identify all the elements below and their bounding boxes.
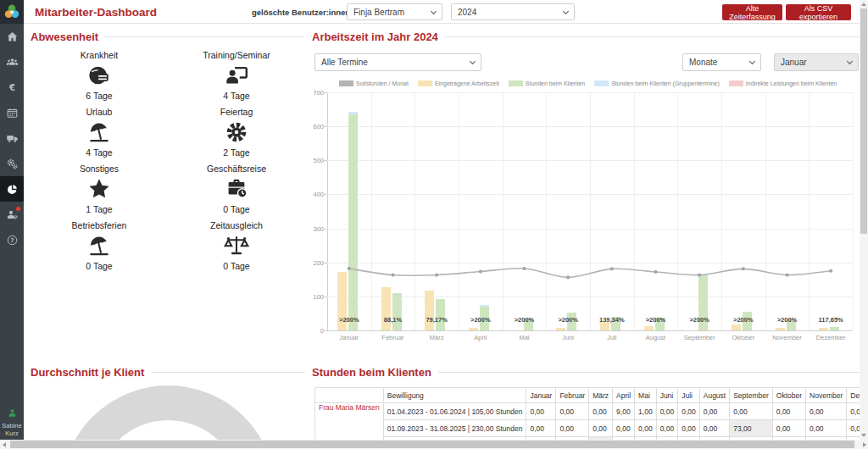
absence-value: 4 Tage — [168, 91, 305, 101]
month-select-value: Januar — [781, 58, 807, 67]
worktime-section: Arbeitszeit im Jahr 2024 Alle Termine Mo… — [312, 30, 860, 358]
chart-legend: Sollstunden / MonatEingetragene Arbeitsz… — [339, 80, 837, 86]
legend-item[interactable]: Stunden beim Klienten — [509, 80, 585, 86]
home-icon — [6, 30, 19, 43]
legend-item[interactable]: Eingetragene Arbeitszeit — [418, 80, 499, 86]
month-value-cell: 0,00 — [699, 403, 729, 420]
column-header: März — [589, 388, 613, 403]
truck-icon — [6, 132, 19, 145]
month-value-cell: 73,00 — [730, 420, 773, 437]
column-header: Juli — [678, 388, 700, 403]
scroll-down-icon[interactable] — [861, 434, 866, 437]
sidebar-item-settings[interactable] — [0, 151, 24, 176]
absence-title: Abwesenheit — [31, 30, 305, 43]
svg-text:€: € — [8, 82, 15, 91]
topbar: Mitarbeiter-Dashboard gelöschte Benutzer… — [0, 0, 868, 24]
month-value-cell: 1,00 — [635, 403, 657, 420]
sidebar-item-calendar[interactable] — [0, 100, 24, 125]
bewilligung-cell: 01.04.2023 - 01.06.2024 | 105,00 Stunden — [383, 403, 526, 420]
legend-item[interactable]: Sollstunden / Monat — [339, 80, 409, 86]
absence-section: Abwesenheit Krankheit6 TageTraining/Semi… — [31, 30, 305, 277]
column-header: Mai — [635, 388, 657, 403]
column-header: Februar — [556, 388, 589, 403]
user-select[interactable]: Finja Bertram — [347, 3, 442, 20]
sidebar-item-statistics[interactable] — [0, 176, 24, 202]
column-header: Bewilligung — [383, 388, 526, 403]
legend-swatch — [594, 80, 609, 86]
user-select-value: Finja Bertram — [353, 8, 404, 17]
y-axis — [327, 92, 328, 330]
month-select[interactable]: Januar — [774, 53, 859, 71]
sidebar-item-transport[interactable] — [0, 125, 24, 151]
legend-label: Stunden beim Klienten (Gruppentermine) — [611, 80, 720, 86]
legend-swatch — [339, 80, 353, 86]
vertical-scrollbar[interactable] — [860, 0, 868, 449]
sidebar-item-finances[interactable]: € — [0, 75, 24, 100]
legend-item[interactable]: Stunden beim Klienten (Gruppentermine) — [594, 80, 720, 86]
sidebar-item-help[interactable]: ? — [0, 227, 24, 252]
absence-value: 2 Tage — [168, 147, 305, 158]
absence-label: Sonstiges — [31, 164, 168, 174]
app-logo-icon[interactable] — [0, 0, 24, 24]
export-csv-button[interactable]: Als CSV exportieren — [786, 4, 851, 20]
scroll-left-icon[interactable] — [3, 442, 6, 447]
legend-item[interactable]: Indirekte Leistungen beim Klienten — [729, 80, 837, 86]
sidebar-current-user[interactable]: Sabine Kurz — [0, 407, 24, 437]
beach-umbrella-icon — [31, 230, 168, 261]
sidebar-user-name-2: Kurz — [0, 430, 24, 437]
notification-dot — [16, 207, 20, 211]
legend-swatch — [509, 80, 523, 86]
old-time-tracking-button[interactable]: Alte Zeiterfassung — [722, 4, 782, 20]
x-axis — [327, 330, 853, 331]
absence-value: 0 Tage — [31, 261, 168, 271]
vertical-scrollbar-thumb[interactable] — [860, 8, 867, 234]
svg-text:?: ? — [10, 237, 14, 244]
sidebar-item-home[interactable] — [0, 24, 24, 49]
y-tick-label: 500 — [313, 157, 324, 164]
month-value-cell: 0,00 — [847, 420, 860, 437]
deleted-users-toggle[interactable]: gelöschte Benutzer:innen — [252, 0, 362, 24]
year-select[interactable]: 2024 — [451, 3, 575, 20]
legend-label: Eingetragene Arbeitszeit — [435, 80, 499, 86]
chevron-down-icon — [847, 58, 853, 64]
chart-bar-arbeitszeit — [381, 287, 391, 330]
pie-chart-icon — [6, 183, 19, 196]
legend-label: Indirekte Leistungen beim Klienten — [746, 80, 837, 86]
horizontal-scrollbar-thumb[interactable] — [10, 441, 854, 448]
month-value-cell: 0,00 — [589, 420, 613, 437]
column-header: Dezember — [847, 388, 860, 403]
client-name-link[interactable]: Frau Maria Märsen — [315, 403, 384, 442]
chart-bar-gruppentermine — [480, 305, 489, 307]
chevron-down-icon — [563, 8, 569, 14]
appointments-filter-select[interactable]: Alle Termine — [314, 53, 481, 71]
chart-bar-arbeitszeit — [732, 324, 741, 330]
chart-bar-arbeitszeit — [425, 291, 434, 330]
question-icon: ? — [6, 234, 19, 247]
y-tick-label: 100 — [313, 292, 324, 300]
sick-mask-icon — [31, 60, 168, 91]
legend-label: Stunden beim Klienten — [526, 80, 585, 86]
month-value-cell: 0,00 — [678, 420, 700, 437]
chart-plot: 0100200300400500600700>200%Januar88,1%Fe… — [327, 92, 853, 330]
sidebar: €? Sabine Kurz — [0, 24, 24, 449]
x-tick-label: Dezember — [805, 334, 856, 341]
granularity-select[interactable]: Monate — [682, 53, 761, 71]
month-value-cell: 0,00 — [772, 403, 805, 420]
y-tick-label: 300 — [313, 224, 324, 232]
column-header: April — [613, 388, 635, 403]
absence-item-8: Zeitausgleich0 Tage — [168, 220, 305, 277]
absence-value: 1 Tage — [31, 204, 168, 214]
gear-icon — [168, 117, 305, 147]
bewilligung-cell: 01.09.2023 - 31.08.2025 | 230,00 Stunden — [383, 420, 526, 437]
absence-label: Zeitausgleich — [168, 220, 305, 230]
month-value-cell: 0,00 — [772, 420, 805, 437]
scroll-up-icon[interactable] — [861, 3, 866, 6]
month-value-cell: 0,00 — [526, 403, 556, 420]
sidebar-item-team[interactable] — [0, 49, 24, 75]
sidebar-item-user-management[interactable] — [0, 202, 24, 227]
gears-icon — [6, 158, 19, 170]
page-title: Mitarbeiter-Dashboard — [35, 6, 157, 19]
chart-bar-klienten — [348, 114, 358, 330]
horizontal-scrollbar[interactable] — [0, 440, 868, 449]
scroll-right-icon[interactable] — [863, 442, 866, 447]
